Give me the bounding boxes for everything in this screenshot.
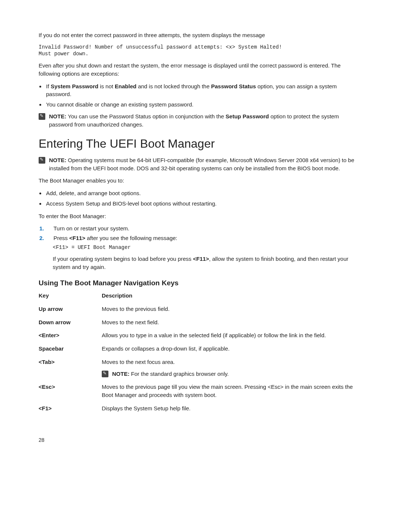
table-key: <Tab>	[39, 358, 102, 378]
code-line: <F11> = UEFI Boot Manager	[39, 244, 362, 251]
paragraph: Even after you shut down and restart the…	[39, 62, 362, 78]
table-key: <F1>	[39, 404, 102, 413]
step-number: 2.	[39, 234, 53, 242]
ordered-steps: 1. Turn on or restart your system. 2. Pr…	[39, 224, 362, 242]
table-header-description: Description	[102, 292, 362, 300]
table-desc: Moves to the next field.	[102, 318, 362, 326]
page-number: 28	[39, 436, 362, 444]
table-key: <Enter>	[39, 331, 102, 339]
table-desc: Moves to the previous page till you view…	[102, 383, 362, 399]
list-item: You cannot disable or change an existing…	[45, 101, 362, 109]
paragraph: If you do not enter the correct password…	[39, 31, 362, 39]
table-desc: Expands or collapses a drop-down list, i…	[102, 345, 362, 353]
table-key: Down arrow	[39, 318, 102, 326]
table-desc: Allows you to type in a value in the sel…	[102, 331, 362, 339]
bullet-list: If System Password is not Enabled and is…	[45, 82, 362, 109]
step-text: Turn on or restart your system.	[53, 224, 362, 233]
table-desc: Moves to the next focus area. NOTE: For …	[102, 358, 362, 378]
table-key: Spacebar	[39, 345, 102, 353]
pencil-icon	[39, 157, 45, 164]
table-desc: Displays the System Setup help file.	[102, 404, 362, 413]
paragraph: The Boot Manager enables you to:	[39, 177, 362, 185]
pencil-icon	[39, 113, 45, 120]
heading-uefi-boot-manager: Entering The UEFI Boot Manager	[39, 135, 362, 152]
table-desc: Moves to the previous field.	[102, 305, 362, 313]
table-key: Up arrow	[39, 305, 102, 313]
step-number: 1.	[39, 224, 53, 233]
step-text: Press <F11> after you see the following …	[53, 234, 362, 242]
heading-nav-keys: Using The Boot Manager Navigation Keys	[39, 278, 362, 288]
note: NOTE: Operating systems must be 64-bit U…	[39, 156, 362, 173]
pencil-icon	[102, 371, 108, 377]
list-item: Add, delete, and arrange boot options.	[45, 189, 362, 197]
key-description-table: Key Description Up arrow Moves to the pr…	[39, 292, 362, 413]
paragraph: To enter the Boot Manager:	[39, 212, 362, 220]
note: NOTE: You can use the Password Status op…	[39, 112, 362, 129]
table-key: <Esc>	[39, 383, 102, 399]
list-item: Access System Setup and BIOS-level boot …	[45, 200, 362, 208]
table-header-key: Key	[39, 292, 102, 300]
bullet-list: Add, delete, and arrange boot options. A…	[45, 189, 362, 208]
paragraph: If your operating system begins to load …	[39, 255, 362, 271]
list-item: If System Password is not Enabled and is…	[45, 82, 362, 99]
code-block: Invalid Password! Number of unsuccessful…	[39, 44, 362, 57]
document-page: If you do not enter the correct password…	[0, 0, 401, 453]
